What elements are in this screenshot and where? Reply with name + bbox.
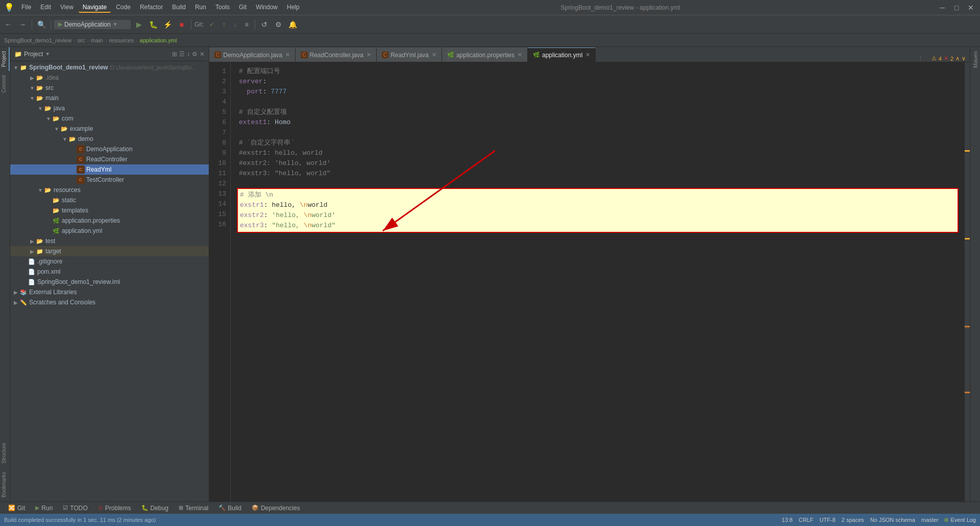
tree-external-libs[interactable]: ▶ 📚 External Libraries [10,287,209,297]
tree-target[interactable]: ▶ 📁 target [10,246,209,256]
tree-readcontroller[interactable]: C ReadController [10,154,209,164]
maximize-button[interactable]: □ [951,3,962,13]
status-encoding[interactable]: UTF-8 [820,517,836,523]
project-action-tree[interactable]: ☰ [179,51,185,58]
project-dropdown-icon[interactable]: ▼ [45,51,50,57]
project-action-expand[interactable]: ↕ [187,51,190,58]
minimize-button[interactable]: ─ [937,3,947,13]
sidebar-tab-structure[interactable]: Structure [0,439,10,468]
toolbar-search[interactable]: 🔍 [35,18,47,31]
toolbar-refresh[interactable]: ↺ [258,18,271,31]
toolbar-settings[interactable]: ⚙ [273,18,285,31]
tree-appproperties[interactable]: 🌿 application.properties [10,216,209,226]
bottom-tab-build[interactable]: 🔨 Build [214,504,246,513]
tab-readcontroller-close[interactable]: ✕ [365,51,372,59]
menu-navigate[interactable]: Navigate [79,3,111,13]
tree-iml[interactable]: 📄 SpringBoot_demo1_review.iml [10,277,209,287]
tree-appyml[interactable]: 🌿 application.yml [10,226,209,236]
tree-testcontroller[interactable]: C TestController [10,175,209,185]
git-stash[interactable]: ≡ [242,20,252,29]
run-with-coverage[interactable]: ⚡ [161,18,174,31]
project-action-settings[interactable]: ⚙ [192,51,198,58]
tree-demo[interactable]: ▼ 📂 demo [10,134,209,144]
stop-button[interactable]: ■ [176,18,188,31]
sidebar-tab-commit[interactable]: Commit [0,71,10,97]
tree-main[interactable]: ▼ 📂 main [10,93,209,103]
tree-test[interactable]: ▶ 📂 test [10,236,209,246]
menu-code[interactable]: Code [112,3,135,13]
bc-project[interactable]: SpringBoot_demo1_review [4,37,71,43]
sidebar-tab-project[interactable]: Project [0,47,10,71]
git-update[interactable]: ✓ [206,20,217,29]
maven-tab[interactable]: Maven [971,47,979,72]
bc-resources[interactable]: resources [109,37,134,43]
tree-example[interactable]: ▼ 📂 example [10,124,209,134]
toolbar-back[interactable]: ← [2,18,14,31]
tree-templates[interactable]: 📂 templates [10,205,209,216]
menu-edit[interactable]: Edit [36,3,55,13]
menu-tools[interactable]: Tools [211,3,234,13]
tree-src[interactable]: ▼ 📂 src [10,83,209,93]
git-push[interactable]: ↑ [219,20,229,29]
tab-appyml[interactable]: 🌿 application.yml ✕ [528,47,596,62]
tree-resources[interactable]: ▼ 📂 resources [10,185,209,195]
tree-idea[interactable]: ▶ 📂 .idea [10,73,209,83]
run-configuration[interactable]: ▶ DemoApplication ▼ [54,20,131,29]
close-button[interactable]: ✕ [966,3,976,13]
tree-pomxml[interactable]: 📄 pom.xml [10,267,209,277]
event-log-button[interactable]: Event Log [944,517,976,523]
tab-demoapplication[interactable]: C DemoApplication.java ✕ [209,47,296,62]
tree-scratches[interactable]: ▶ ✏️ Scratches and Consoles [10,297,209,307]
menu-view[interactable]: View [56,3,78,13]
bottom-tab-todo[interactable]: ☑ TODO [59,504,91,513]
tab-readyml-close[interactable]: ✕ [431,51,437,59]
bottom-tab-dependencies[interactable]: 📦 Dependencies [248,504,304,513]
bottom-tab-terminal[interactable]: ⊞ Terminal [175,504,212,513]
tree-gitignore[interactable]: 📄 .gitignore [10,256,209,267]
run-button[interactable]: ▶ [133,18,145,31]
bc-src[interactable]: src [78,37,85,43]
status-position[interactable]: 13:8 [781,517,792,523]
tree-java[interactable]: ▼ 📂 java [10,103,209,113]
project-action-close[interactable]: ✕ [200,51,205,58]
expand-icon[interactable]: ∧ [955,55,960,62]
tree-static[interactable]: 📂 static [10,195,209,205]
menu-window[interactable]: Window [252,3,282,13]
debug-button[interactable]: 🐛 [147,18,159,31]
menu-run[interactable]: Run [191,3,210,13]
menu-file[interactable]: File [17,3,35,13]
tabs-overflow-btn[interactable]: ⋮ [914,55,927,62]
bc-main[interactable]: main [91,37,103,43]
menu-build[interactable]: Build [168,3,190,13]
code-area[interactable]: # 配置端口号 server: port: 7777 # 自定义配置项 [231,62,965,501]
tree-readyml[interactable]: C ReadYml [10,164,209,175]
status-line-endings[interactable]: CRLF [799,517,814,523]
project-action-layout[interactable]: ⊞ [172,51,177,58]
tab-demoapplication-close[interactable]: ✕ [284,51,291,59]
bottom-tab-problems[interactable]: ⚠ Problems [94,504,135,513]
bc-file[interactable]: application.yml [140,37,177,43]
status-schema[interactable]: No JSON schema [870,517,915,523]
tree-root[interactable]: ▼ 📁 SpringBoot_demo1_review D:\Java\code… [10,62,209,73]
tab-appyml-close[interactable]: ✕ [584,51,591,59]
bottom-tab-git[interactable]: 🔀 Git [4,504,29,513]
collapse-icon[interactable]: ∨ [962,55,966,62]
bottom-tab-debug[interactable]: 🐛 Debug [137,504,173,513]
tree-com[interactable]: ▼ 📂 com [10,113,209,124]
tab-appproperties-close[interactable]: ✕ [517,51,523,59]
menu-refactor[interactable]: Refactor [136,3,167,13]
tree-demoapplication[interactable]: C DemoApplication [10,144,209,154]
toolbar-forward[interactable]: → [16,18,29,31]
menu-help[interactable]: Help [283,3,304,13]
bottom-tab-run[interactable]: ▶ Run [31,504,57,513]
menu-git[interactable]: Git [235,3,251,13]
git-pull[interactable]: ↓ [231,20,240,29]
status-indent[interactable]: 2 spaces [842,517,864,523]
sidebar-tab-bookmarks[interactable]: Bookmarks [0,468,10,501]
toolbar-notifications[interactable]: 🔔 [287,18,299,31]
tab-readyml[interactable]: C ReadYml.java ✕ [377,47,442,62]
tab-readcontroller[interactable]: C ReadController.java ✕ [296,47,377,62]
right-scroll-track[interactable] [965,62,970,501]
tab-appproperties[interactable]: 🌿 application.properties ✕ [442,47,528,62]
status-branch[interactable]: master [921,517,939,523]
